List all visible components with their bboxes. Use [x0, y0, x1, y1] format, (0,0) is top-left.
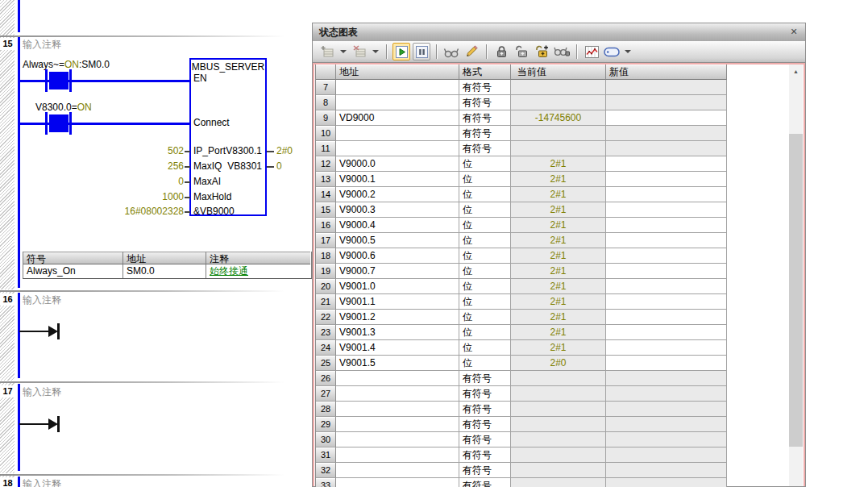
- address-cell[interactable]: V9001.0: [336, 279, 459, 294]
- pin-input-value[interactable]: 502: [95, 146, 184, 156]
- new-value-cell[interactable]: [606, 218, 727, 233]
- address-cell[interactable]: V9000.4: [336, 218, 459, 233]
- new-value-cell[interactable]: [606, 417, 727, 432]
- row-number-cell[interactable]: 12: [316, 156, 336, 172]
- address-cell[interactable]: [336, 80, 459, 95]
- current-value-cell[interactable]: 2#1: [511, 325, 606, 340]
- address-cell[interactable]: V9000.1: [336, 172, 459, 187]
- new-value-cell[interactable]: [606, 463, 727, 478]
- format-cell[interactable]: 有符号: [459, 402, 511, 417]
- format-cell[interactable]: 有符号: [459, 478, 511, 487]
- row-number-cell[interactable]: 21: [316, 294, 336, 310]
- format-cell[interactable]: 位: [459, 356, 511, 371]
- network-comment[interactable]: 输入注释: [23, 294, 61, 306]
- address-cell[interactable]: [336, 432, 459, 447]
- trend-view-icon[interactable]: [583, 43, 600, 60]
- address-column-header[interactable]: 地址: [336, 65, 459, 80]
- force-icon[interactable]: [492, 43, 510, 60]
- pin-input-value[interactable]: 1000: [95, 192, 184, 202]
- start-status-chart-icon[interactable]: [392, 43, 410, 60]
- comment-cell[interactable]: 始终接通: [206, 264, 310, 278]
- current-value-cell[interactable]: [511, 402, 606, 417]
- row-number-cell[interactable]: 10: [316, 126, 336, 141]
- current-value-cell[interactable]: [511, 386, 606, 402]
- address-cell[interactable]: V9000.5: [336, 233, 459, 248]
- new-value-cell[interactable]: [606, 187, 727, 202]
- new-value-cell[interactable]: [606, 386, 727, 402]
- pin-input-value[interactable]: 16#08002328: [95, 206, 184, 217]
- current-value-cell[interactable]: [511, 463, 606, 478]
- row-number-cell[interactable]: 13: [316, 172, 336, 187]
- current-value-cell[interactable]: 2#1: [511, 233, 606, 248]
- format-cell[interactable]: 有符号: [459, 447, 511, 463]
- format-cell[interactable]: 有符号: [459, 80, 511, 95]
- format-cell[interactable]: 位: [459, 172, 511, 187]
- network-comment[interactable]: 输入注释: [23, 478, 61, 487]
- delete-row-menu-icon[interactable]: [372, 50, 379, 53]
- address-cell[interactable]: V9001.3: [336, 325, 459, 340]
- delete-row-icon[interactable]: [351, 43, 368, 60]
- current-value-cell[interactable]: [511, 371, 606, 386]
- new-value-cell[interactable]: [606, 233, 727, 248]
- close-icon[interactable]: ×: [787, 25, 800, 38]
- address-cell[interactable]: VD9000: [336, 110, 459, 126]
- address-cell[interactable]: V9001.5: [336, 356, 459, 371]
- address-cell[interactable]: [336, 478, 459, 487]
- current-value-cell[interactable]: [511, 478, 606, 487]
- new-value-cell[interactable]: [606, 325, 727, 340]
- insert-row-icon[interactable]: [318, 43, 336, 60]
- new-value-cell[interactable]: [606, 172, 727, 187]
- new-value-cell[interactable]: [606, 279, 727, 294]
- new-value-cell[interactable]: [606, 432, 727, 447]
- current-value-cell[interactable]: 2#1: [511, 172, 606, 187]
- format-cell[interactable]: 位: [459, 264, 511, 279]
- scrollbar-thumb[interactable]: [789, 134, 803, 447]
- format-cell[interactable]: 位: [459, 325, 511, 340]
- new-value-cell[interactable]: [606, 95, 727, 110]
- row-number-cell[interactable]: 29: [316, 417, 336, 432]
- row-number-cell[interactable]: 11: [316, 141, 336, 156]
- read-all-icon[interactable]: [442, 43, 460, 60]
- format-cell[interactable]: 有符号: [459, 95, 511, 110]
- row-number-cell[interactable]: 8: [316, 95, 336, 110]
- format-cell[interactable]: 位: [459, 294, 511, 310]
- row-number-cell[interactable]: 22: [316, 310, 336, 325]
- current-value-cell[interactable]: [511, 95, 606, 110]
- current-value-column-header[interactable]: 当前值: [511, 65, 606, 80]
- row-number-cell[interactable]: 25: [316, 356, 336, 371]
- pin-input-value[interactable]: 256: [95, 161, 184, 172]
- row-number-cell[interactable]: 31: [316, 447, 336, 463]
- write-all-icon[interactable]: [463, 43, 480, 60]
- current-value-cell[interactable]: [511, 447, 606, 463]
- new-value-cell[interactable]: [606, 264, 727, 279]
- current-value-cell[interactable]: 2#1: [511, 202, 606, 218]
- address-cell[interactable]: V9000.2: [336, 187, 459, 202]
- address-cell[interactable]: [336, 386, 459, 402]
- address-cell[interactable]: [336, 95, 459, 110]
- row-number-cell[interactable]: 7: [316, 80, 336, 95]
- address-tag-menu-icon[interactable]: [625, 50, 631, 53]
- new-value-column-header[interactable]: 新值: [606, 65, 727, 80]
- format-cell[interactable]: 位: [459, 340, 511, 356]
- current-value-cell[interactable]: 2#1: [511, 279, 606, 294]
- new-value-cell[interactable]: [606, 126, 727, 141]
- format-cell[interactable]: 位: [459, 202, 511, 218]
- format-cell[interactable]: 位: [459, 310, 511, 325]
- row-number-cell[interactable]: 19: [316, 264, 336, 279]
- vertical-scrollbar[interactable]: ▲: [789, 65, 803, 486]
- current-value-cell[interactable]: [511, 80, 606, 95]
- new-value-cell[interactable]: [606, 402, 727, 417]
- address-cell[interactable]: [336, 402, 459, 417]
- row-number-cell[interactable]: 23: [316, 325, 336, 340]
- new-value-cell[interactable]: [606, 248, 727, 264]
- pin-output-operand[interactable]: V8300.1: [193, 146, 262, 156]
- current-value-cell[interactable]: 2#1: [511, 340, 606, 356]
- format-cell[interactable]: 有符号: [459, 463, 511, 478]
- new-value-cell[interactable]: [606, 202, 727, 218]
- contact-operand-label[interactable]: V8300.0=ON: [35, 102, 92, 113]
- contact-energized[interactable]: [49, 114, 69, 132]
- row-number-cell[interactable]: 20: [316, 279, 336, 294]
- format-cell[interactable]: 有符号: [459, 386, 511, 402]
- format-cell[interactable]: 位: [459, 233, 511, 248]
- address-cell[interactable]: SM0.0: [123, 264, 206, 278]
